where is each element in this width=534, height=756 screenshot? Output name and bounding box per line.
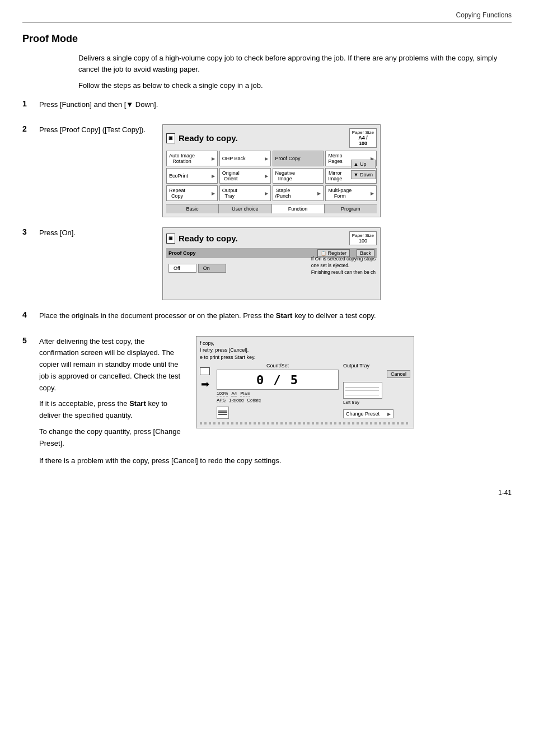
page-number: 1-41 [22,483,512,497]
step-2-number: 2 [22,124,39,133]
side-icon-top [200,367,210,375]
collate-icon-area [217,407,339,419]
func-btn-ohp-back[interactable]: OHP Back▶ [219,151,271,166]
output-tray-label: Output Tray [343,363,410,368]
screen1-ready: ▣ Ready to copy. [166,133,238,143]
arrow-icon: ➡ [201,378,209,390]
change-preset-btn[interactable]: Change Preset ▶ [343,409,394,418]
tab-function[interactable]: Function [272,204,325,213]
copier-screen-3: f copy, I retry, press [Cancel]. e to pr… [196,336,414,429]
func-btn-original-orient[interactable]: OriginalOrient▶ [219,168,271,184]
step-5-with-image: After delivering the test copy, the conf… [39,336,512,450]
step-4-content: Place the originals in the document proc… [39,310,512,326]
func-btn-repeat-copy[interactable]: RepeatCopy▶ [166,185,218,201]
paper-size-box-2: Paper Size 100 [349,231,377,245]
count-meta-2: APS 1-sided Collate [217,398,339,403]
cancel-btn[interactable]: Cancel [387,370,410,378]
tab-program[interactable]: Program [325,204,377,213]
off-btn[interactable]: Off [168,264,196,273]
step-3-text: Press [On]. [39,227,151,239]
screen3-header: f copy, I retry, press [Cancel]. e to pr… [200,340,410,361]
count-meta: 100% A4 Plain [217,391,339,396]
step-5-text-1: After delivering the test copy, the conf… [39,336,185,394]
step-1: 1 Press [Function] and then [▼ Down]. [22,99,512,115]
func-btn-staple-punch[interactable]: Staple/Punch▶ [273,185,324,201]
step-4-text: Place the originals in the document proc… [39,310,512,321]
page-title: Proof Mode [22,33,512,45]
step-5-text-2: If it is acceptable, press the Start key… [39,398,185,422]
document-icon: ▣ [166,133,175,143]
screen1-header: ▣ Ready to copy. Paper Size A4 /100 [166,128,377,148]
intro-paragraph-1: Delivers a single copy of a high-volume … [78,53,512,74]
step-3: 3 Press [On]. ▣ Ready to copy. Paper Siz… [22,227,512,300]
up-btn[interactable]: ▲ Up [351,160,376,169]
collate-icon [217,407,229,419]
count-display: 0 / 5 [217,370,339,390]
step-1-number: 1 [22,99,39,108]
output-tray-area: Output Tray Cancel Left [343,363,410,418]
step-1-content: Press [Function] and then [▼ Down]. [39,99,512,115]
step-5-number: 5 [22,336,39,345]
func-btn-ecoprint[interactable]: EcoPrint▶ [166,168,218,184]
step-4-number: 4 [22,310,39,319]
down-btn[interactable]: ▼ Down [351,170,376,179]
func-btn-multipage-form[interactable]: Multi-pageForm▶ [325,185,377,201]
step-3-with-image: Press [On]. ▣ Ready to copy. Paper Size … [39,227,512,300]
proof-copy-label: Proof Copy [168,250,315,256]
step-2: 2 Press [Proof Copy] ([Test Copy]). ▣ Re… [22,124,512,217]
step-2-content: Press [Proof Copy] ([Test Copy]). ▣ Read… [39,124,512,217]
screen2-ready: ▣ Ready to copy. [166,234,238,244]
steps-container: 1 Press [Function] and then [▼ Down]. 2 … [22,99,512,467]
func-btn-output-tray[interactable]: OutputTray▶ [219,185,271,201]
page-header: Copying Functions [22,11,512,23]
bottom-decoration [200,422,410,424]
tab-user-choice[interactable]: User choice [219,204,271,213]
step-3-content: Press [On]. ▣ Ready to copy. Paper Size … [39,227,512,300]
tray-icon [343,382,382,399]
step-1-text: Press [Function] and then [▼ Down]. [39,99,512,110]
func-btn-negative-image[interactable]: NegativeImage [273,168,324,184]
step-5-content: After delivering the test copy, the conf… [39,336,512,467]
document-icon-2: ▣ [166,234,175,244]
step-5-text-3: To change the copy quantity, press [Chan… [39,426,185,450]
tab-basic[interactable]: Basic [166,204,219,213]
step-2-text: Press [Proof Copy] ([Test Copy]). [39,124,151,136]
step-4: 4 Place the originals in the document pr… [22,310,512,326]
left-tray-label: Left tray [343,400,410,405]
on-btn[interactable]: On [198,264,226,273]
nav-area: ▲ Up ▼ Down [351,160,376,179]
copier-screen-1: ▣ Ready to copy. Paper Size A4 /100 Auto… [162,124,381,217]
step-5-desc: After delivering the test copy, the conf… [39,336,185,450]
copier-screen-2: ▣ Ready to copy. Paper Size 100 Proof Co… [162,227,381,300]
function-grid: Auto ImageRotation▶ OHP Back▶ Proof Copy… [166,151,377,201]
step-3-number: 3 [22,227,39,236]
side-icons: ➡ [200,367,210,390]
func-btn-auto-image[interactable]: Auto ImageRotation▶ [166,151,218,166]
func-btn-proof-copy[interactable]: Proof Copy [273,151,324,166]
copy-main-area: ➡ Count/Set 0 / 5 100% A4 Plain [200,363,410,419]
step-2-with-image: Press [Proof Copy] ([Test Copy]). ▣ Read… [39,124,512,217]
step-5-text-4: If there is a problem with the copy, pre… [39,455,512,467]
header-title: Copying Functions [456,11,512,19]
step-5: 5 After delivering the test copy, the co… [22,336,512,467]
count-set-area: Count/Set 0 / 5 100% A4 Plain APS [217,363,339,419]
screen2-header: ▣ Ready to copy. Paper Size 100 [166,231,377,245]
paper-size-box: Paper Size A4 /100 [349,128,377,148]
intro-paragraph-2: Follow the steps as below to check a sin… [78,80,512,91]
tab-bar: Basic User choice Function Program [166,204,377,213]
count-set-label: Count/Set [217,363,339,368]
screen2-note: If On is selected copying stopsone set i… [311,256,376,276]
